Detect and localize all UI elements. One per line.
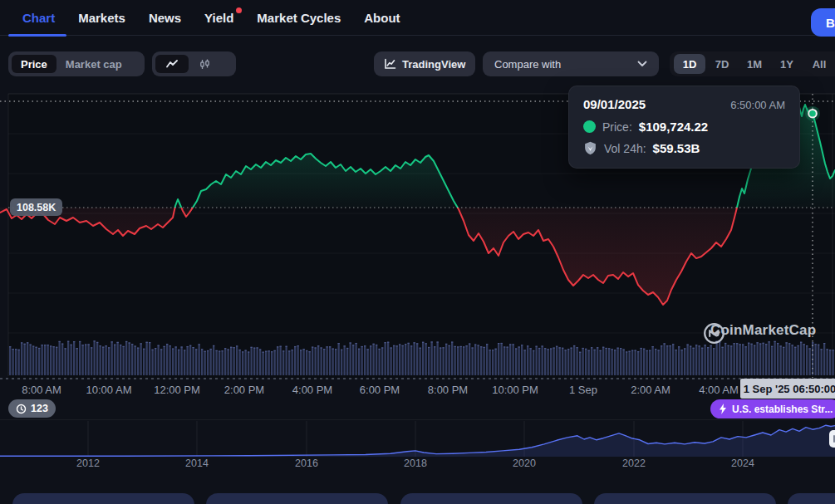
notification-dot-icon xyxy=(236,7,242,13)
time-axis-label: 2:00 AM xyxy=(631,384,670,396)
bottom-card[interactable] xyxy=(788,493,835,504)
time-axis-label: 12:00 PM xyxy=(154,384,200,396)
range-1y[interactable]: 1Y xyxy=(771,54,803,74)
history-navigator-chart[interactable] xyxy=(0,419,835,458)
candlestick-chart-type-option[interactable] xyxy=(189,55,221,73)
navigator-range-handle[interactable] xyxy=(829,430,835,448)
events-count-label: 123 xyxy=(31,403,48,414)
time-axis-label: 1 Sep xyxy=(569,384,597,396)
crosshair-time-text: 1 Sep '25 06:50:00 xyxy=(744,383,835,395)
chart-type-toggle xyxy=(152,51,236,76)
price-marketcap-toggle: Price Market cap xyxy=(8,51,145,76)
buy-button[interactable]: B xyxy=(811,8,835,37)
marketcap-toggle-label: Market cap xyxy=(66,58,122,71)
tab-label-news: News xyxy=(149,11,181,25)
tooltip-time: 6:50:00 AM xyxy=(730,99,785,111)
time-axis-label: 4:00 PM xyxy=(292,384,332,396)
volume-shield-icon xyxy=(583,141,597,155)
year-axis-label: 2016 xyxy=(295,458,318,469)
chart-hover-tooltip: 09/01/2025 6:50:00 AM Price: $109,724.22… xyxy=(568,86,800,169)
navigator-canvas xyxy=(0,420,835,458)
lightning-icon xyxy=(719,404,727,414)
bottom-card[interactable] xyxy=(400,493,582,504)
tab-label-yield: Yield xyxy=(204,11,233,25)
baseline-price-pill: 108.58K xyxy=(10,198,62,216)
tab-chart[interactable]: Chart xyxy=(22,0,55,36)
range-7d[interactable]: 7D xyxy=(706,54,738,74)
price-toggle-option[interactable]: Price xyxy=(12,55,56,73)
tooltip-date: 09/01/2025 xyxy=(583,97,646,111)
time-axis: 1 Sep '25 06:50:00 8:00 AM10:00 AM12:00 … xyxy=(0,378,835,399)
line-chart-type-option[interactable] xyxy=(155,55,189,73)
history-clock-icon xyxy=(16,404,27,414)
tab-markets[interactable]: Markets xyxy=(78,0,125,36)
tab-market-cycles[interactable]: Market Cycles xyxy=(257,0,341,36)
price-dot-icon xyxy=(583,120,596,133)
price-toggle-label: Price xyxy=(21,58,47,71)
year-axis-label: 2014 xyxy=(185,458,209,469)
tab-label-about: About xyxy=(364,11,400,25)
compare-with-label: Compare with xyxy=(494,58,561,71)
crosshair-marker xyxy=(808,110,817,118)
coin-page-nav: ChartMarketsNewsYieldMarket CyclesAbout xyxy=(0,0,835,36)
crosshair-time-label: 1 Sep '25 06:50:00 xyxy=(740,379,835,399)
news-event-label: U.S. establishes Str... xyxy=(732,404,833,415)
range-all[interactable]: All xyxy=(803,54,835,74)
navigator-year-axis: 2012201420162018202020222024 xyxy=(0,458,835,472)
time-axis-label: 4:00 AM xyxy=(699,384,739,396)
tooltip-volume-value: $59.53B xyxy=(653,141,700,155)
tooltip-volume-label: Vol 24h: xyxy=(604,142,646,155)
range-1d[interactable]: 1D xyxy=(674,54,705,74)
navigator-area xyxy=(0,425,835,457)
tradingview-button[interactable]: TradingView xyxy=(374,51,475,76)
time-axis-label: 10:00 AM xyxy=(86,384,132,396)
range-1m[interactable]: 1M xyxy=(739,54,770,74)
bottom-card[interactable] xyxy=(594,493,776,504)
marketcap-toggle-option[interactable]: Market cap xyxy=(56,55,131,73)
buy-button-label: B xyxy=(826,16,835,30)
candlestick-icon xyxy=(199,59,210,70)
tab-label-markets: Markets xyxy=(78,11,125,25)
time-axis-label: 8:00 PM xyxy=(428,384,468,396)
year-axis-label: 2012 xyxy=(76,458,100,469)
baseline-price-label: 108.58K xyxy=(17,202,56,213)
tradingview-label: TradingView xyxy=(402,58,465,71)
compare-with-dropdown[interactable]: Compare with xyxy=(483,51,659,76)
year-axis-label: 2018 xyxy=(404,458,427,469)
tooltip-price-value: $109,724.22 xyxy=(639,120,708,134)
coinmarketcap-watermark: CoinMarketCap xyxy=(703,322,816,339)
tab-yield[interactable]: Yield xyxy=(204,0,233,36)
news-event-badge[interactable]: U.S. establishes Str... xyxy=(710,399,835,418)
chevron-down-icon xyxy=(637,61,647,67)
year-axis-label: 2024 xyxy=(731,458,754,469)
tab-about[interactable]: About xyxy=(364,0,400,36)
time-axis-label: 8:00 AM xyxy=(22,384,61,396)
tab-label-market-cycles: Market Cycles xyxy=(257,11,341,25)
time-axis-label: 6:00 PM xyxy=(360,384,400,396)
tradingview-icon xyxy=(384,58,396,70)
time-range-selector: 1D7D1M1YAllLOG xyxy=(670,51,835,76)
tooltip-price-label: Price: xyxy=(602,120,632,134)
watermark-label: CoinMarketCap xyxy=(710,322,816,339)
bottom-card[interactable] xyxy=(12,493,194,504)
bottom-card[interactable] xyxy=(206,493,388,504)
tab-label-chart: Chart xyxy=(22,11,55,25)
year-axis-label: 2022 xyxy=(622,458,646,469)
time-axis-label: 2:00 PM xyxy=(224,384,264,396)
time-axis-label: 10:00 PM xyxy=(492,384,538,396)
year-axis-label: 2020 xyxy=(513,458,536,469)
tab-news[interactable]: News xyxy=(149,0,181,36)
line-chart-icon xyxy=(166,60,178,68)
events-count-badge[interactable]: 123 xyxy=(8,399,56,418)
